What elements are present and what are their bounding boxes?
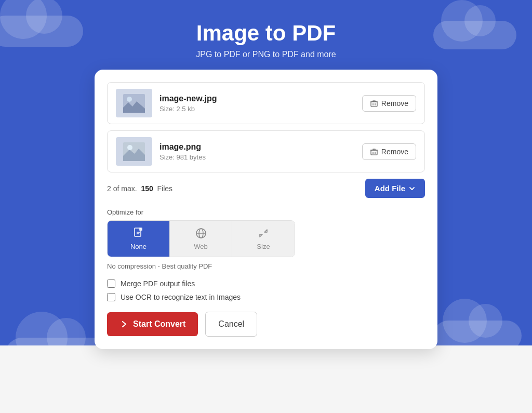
files-max: 150 bbox=[141, 184, 153, 193]
trash-icon-0 bbox=[370, 99, 378, 108]
files-count-suffix: Files bbox=[157, 184, 173, 193]
page-subtitle: JPG to PDF or PNG to PDF and more bbox=[196, 50, 336, 59]
optimize-web-label: Web bbox=[194, 243, 208, 250]
optimize-web-button[interactable]: Web bbox=[170, 221, 232, 257]
main-card: image-new.jpg Size: 2.5 kb Remove image.… bbox=[95, 70, 437, 349]
chevron-down-icon bbox=[408, 185, 416, 192]
svg-point-1 bbox=[127, 97, 132, 102]
ocr-label: Use OCR to recognize text in Images bbox=[121, 293, 241, 301]
compress-icon bbox=[257, 227, 270, 239]
cloud-decoration-tr bbox=[433, 21, 516, 49]
cloud-decoration-tl bbox=[0, 16, 83, 47]
bottom-white-bg bbox=[0, 345, 532, 413]
file-pdf-icon bbox=[132, 227, 145, 239]
add-file-button[interactable]: Add File bbox=[365, 179, 425, 198]
globe-icon bbox=[195, 227, 207, 239]
checkbox-ocr-row: Use OCR to recognize text in Images bbox=[107, 293, 425, 301]
optimize-description: No compression - Best quality PDF bbox=[107, 262, 425, 270]
cancel-button[interactable]: Cancel bbox=[205, 312, 257, 337]
start-convert-label: Start Convert bbox=[133, 319, 185, 329]
cancel-label: Cancel bbox=[218, 319, 244, 328]
trash-icon-1 bbox=[370, 148, 378, 156]
optimize-label: Optimize for bbox=[107, 208, 425, 216]
start-convert-button[interactable]: Start Convert bbox=[107, 312, 198, 336]
checkbox-merge-row: Merge PDF output files bbox=[107, 279, 425, 288]
remove-label-1: Remove bbox=[381, 148, 408, 156]
merge-checkbox[interactable] bbox=[107, 279, 115, 288]
add-file-label: Add File bbox=[375, 184, 405, 193]
optimize-size-button[interactable]: Size bbox=[232, 221, 295, 257]
file-thumbnail-0 bbox=[116, 89, 152, 117]
remove-label-0: Remove bbox=[381, 99, 408, 108]
action-row: Start Convert Cancel bbox=[107, 312, 425, 337]
optimize-none-label: None bbox=[130, 243, 147, 250]
file-info-1: image.png Size: 981 bytes bbox=[159, 142, 355, 161]
optimize-none-button[interactable]: None bbox=[108, 221, 170, 257]
page-header: Image to PDF JPG to PDF or PNG to PDF an… bbox=[196, 0, 336, 70]
file-item-1: image.png Size: 981 bytes Remove bbox=[107, 130, 425, 172]
files-count: 2 of max. 150 Files bbox=[107, 184, 172, 193]
file-name-0: image-new.jpg bbox=[159, 94, 355, 103]
files-action-row: 2 of max. 150 Files Add File bbox=[107, 179, 425, 198]
ocr-checkbox[interactable] bbox=[107, 293, 115, 301]
files-count-prefix: 2 of max. bbox=[107, 184, 137, 193]
merge-label: Merge PDF output files bbox=[121, 279, 195, 288]
file-name-1: image.png bbox=[159, 142, 355, 152]
optimize-size-label: Size bbox=[257, 243, 270, 250]
file-thumbnail-1 bbox=[116, 137, 152, 166]
file-item-0: image-new.jpg Size: 2.5 kb Remove bbox=[107, 82, 425, 124]
remove-button-0[interactable]: Remove bbox=[362, 95, 416, 112]
remove-button-1[interactable]: Remove bbox=[362, 143, 416, 160]
svg-point-4 bbox=[127, 145, 132, 150]
file-info-0: image-new.jpg Size: 2.5 kb bbox=[159, 94, 355, 113]
file-size-0: Size: 2.5 kb bbox=[159, 105, 355, 113]
chevron-right-icon bbox=[119, 319, 129, 329]
svg-rect-2 bbox=[371, 102, 377, 106]
optimize-options: None Web Size bbox=[107, 220, 295, 257]
page-title: Image to PDF bbox=[196, 21, 336, 46]
file-size-1: Size: 981 bytes bbox=[159, 153, 355, 161]
svg-rect-5 bbox=[371, 150, 377, 155]
